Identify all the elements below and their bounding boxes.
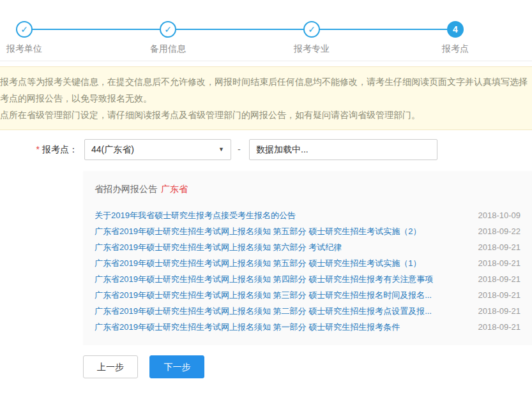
next-step-button[interactable]: 下一步 [149, 355, 204, 378]
step-label: 报考点 [417, 43, 494, 55]
field-label-text: 报考点： [42, 144, 78, 154]
exam-site-label: *报考点： [0, 144, 78, 156]
check-icon: ✓ [16, 21, 33, 38]
notice-line: 考点的网报公告，以免导致报名无效。 [0, 90, 528, 107]
wizard-stepper: ✓ 报考单位 ✓ 备用信息 ✓ 报考专业 4 报考点 [0, 0, 532, 61]
announcement-row: 关于2019年我省硕士研究生报考点接受考生报名的公告 2018-10-09 [95, 207, 521, 223]
announcement-link[interactable]: 关于2019年我省硕士研究生报考点接受考生报名的公告 [95, 210, 469, 221]
announcement-row: 广东省2019年硕士研究生招生考试网上报名须知 第一部分 硕士研究生招生报考条件… [95, 319, 521, 335]
stepper-step-backup-info: ✓ 备用信息 [130, 21, 206, 55]
announcement-date: 2018-09-21 [478, 242, 521, 252]
announcement-row: 广东省2019年硕士研究生招生考试网上报名须知 第二部分 硕士研究生招生报考点设… [95, 303, 521, 319]
warning-notice: 报考点等为报考关键信息，在提交信息后不允许修改，网报时间结束后任何信息均不能修改… [0, 66, 532, 130]
step-label: 备用信息 [130, 43, 206, 55]
announcement-list: 关于2019年我省硕士研究生报考点接受考生报名的公告 2018-10-09 广东… [95, 207, 521, 335]
announcement-date: 2018-09-21 [478, 258, 521, 268]
field-separator: - [238, 144, 241, 154]
announcement-link[interactable]: 广东省2019年硕士研究生招生考试网上报名须知 第二部分 硕士研究生招生报考点设… [95, 306, 469, 317]
previous-step-button[interactable]: 上一步 [83, 355, 138, 378]
stepper-connector-line [24, 29, 455, 30]
announcement-date: 2018-09-22 [478, 226, 521, 236]
step-label: 报考单位 [0, 43, 63, 55]
announcement-date: 2018-09-21 [478, 274, 521, 284]
required-mark: * [36, 144, 40, 154]
exam-site-province-select[interactable]: 44(广东省) ▼ [84, 139, 231, 160]
panel-title-text: 省招办网报公告 [95, 184, 157, 194]
announcement-link[interactable]: 广东省2019年硕士研究生招生考试网上报名须知 第五部分 硕士研究生招生考试实施… [95, 226, 469, 237]
check-icon: ✓ [160, 21, 176, 38]
panel-title: 省招办网报公告广东省 [95, 184, 521, 195]
stepper-step-major: ✓ 报考专业 [273, 21, 350, 55]
announcement-row: 广东省2019年硕士研究生招生考试网上报名须知 第四部分 硕士研究生招生报考有关… [95, 271, 521, 287]
selected-province-value: 44(广东省) [91, 144, 134, 154]
stepper-step-unit: ✓ 报考单位 [0, 21, 63, 55]
stepper-step-exam-site: 4 报考点 [417, 21, 494, 55]
announcement-link[interactable]: 广东省2019年硕士研究生招生考试网上报名须知 第六部分 考试纪律 [95, 242, 469, 253]
announcement-row: 广东省2019年硕士研究生招生考试网上报名须知 第五部分 硕士研究生招生考试实施… [95, 223, 521, 239]
exam-site-form-row: *报考点： 44(广东省) ▼ - 数据加载中... [0, 139, 532, 161]
chevron-down-icon: ▼ [218, 140, 224, 159]
announcements-panel: 省招办网报公告广东省 关于2019年我省硕士研究生报考点接受考生报名的公告 20… [83, 171, 532, 345]
announcement-date: 2018-09-21 [478, 306, 521, 316]
announcement-date: 2018-09-21 [478, 322, 521, 332]
announcement-row: 广东省2019年硕士研究生招生考试网上报名须知 第五部分 硕士研究生招生考试实施… [95, 255, 521, 271]
announcement-link[interactable]: 广东省2019年硕士研究生招生考试网上报名须知 第四部分 硕士研究生招生报考有关… [95, 274, 469, 285]
announcement-link[interactable]: 广东省2019年硕士研究生招生考试网上报名须知 第五部分 硕士研究生招生考试实施… [95, 258, 469, 269]
registration-wizard-page: ✓ 报考单位 ✓ 备用信息 ✓ 报考专业 4 报考点 报考点等为报考关键信息，在… [0, 0, 532, 393]
panel-province-text: 广东省 [161, 184, 188, 194]
announcement-date: 2018-09-21 [478, 290, 521, 300]
exam-site-select-loading[interactable]: 数据加载中... [249, 139, 437, 160]
announcement-row: 广东省2019年硕士研究生招生考试网上报名须知 第三部分 硕士研究生招生报名时间… [95, 287, 521, 303]
notice-line: 报考点等为报考关键信息，在提交信息后不允许修改，网报时间结束后任何信息均不能修改… [0, 73, 528, 90]
announcement-row: 广东省2019年硕士研究生招生考试网上报名须知 第六部分 考试纪律 2018-0… [95, 239, 521, 255]
check-icon: ✓ [303, 21, 320, 38]
notice-line: 点所在省级管理部门设定，请仔细阅读报考点及省级管理部门的网报公告，如有疑问请咨询… [0, 107, 528, 123]
step-label: 报考专业 [273, 43, 350, 55]
step-number-badge: 4 [447, 21, 464, 38]
announcement-date: 2018-10-09 [478, 211, 521, 220]
announcement-link[interactable]: 广东省2019年硕士研究生招生考试网上报名须知 第一部分 硕士研究生招生报考条件 [95, 322, 469, 333]
announcement-link[interactable]: 广东省2019年硕士研究生招生考试网上报名须知 第三部分 硕士研究生招生报名时间… [95, 290, 469, 301]
wizard-nav-buttons: 上一步 下一步 [83, 355, 204, 378]
